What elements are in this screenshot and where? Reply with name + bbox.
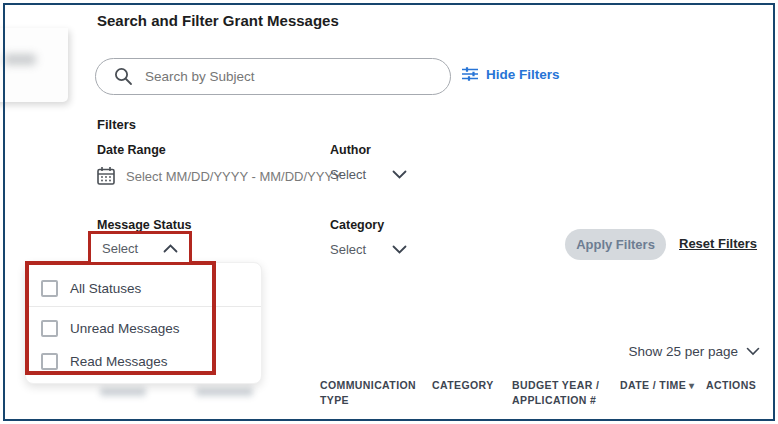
date-range-placeholder: Select MM/DD/YYYY - MM/DD/YYYY [126, 169, 342, 184]
dropdown-option-read-messages[interactable]: Read Messages [26, 345, 261, 377]
column-header-actions: ACTIONS [706, 378, 766, 393]
divider [26, 306, 261, 307]
partial-card [0, 28, 68, 102]
date-range-picker[interactable]: Select MM/DD/YYYY - MM/DD/YYYY [96, 166, 342, 186]
checkbox[interactable] [41, 353, 58, 370]
column-header-category: CATEGORY [432, 378, 512, 393]
message-status-select-value: Select [102, 241, 138, 256]
per-page-label: Show 25 per page [628, 344, 738, 359]
author-select[interactable]: Select [330, 167, 407, 182]
calendar-icon [96, 166, 116, 186]
hide-filters-link[interactable]: Hide Filters [461, 66, 560, 82]
message-status-dropdown: All Statuses Unread Messages Read Messag… [25, 262, 262, 384]
author-select-value: Select [330, 167, 366, 182]
sort-descending-icon: ▾ [689, 380, 694, 391]
apply-filters-button[interactable]: Apply Filters [565, 229, 666, 260]
dropdown-option-all-statuses[interactable]: All Statuses [26, 272, 261, 304]
message-status-label: Message Status [97, 218, 191, 232]
chevron-down-icon [746, 347, 760, 356]
page-title: Search and Filter Grant Messages [97, 12, 339, 29]
table-header-row: COMMUNICATION TYPE CATEGORY BUDGET YEAR … [0, 378, 778, 418]
hide-filters-label: Hide Filters [486, 67, 560, 82]
per-page-select[interactable]: Show 25 per page [628, 344, 760, 359]
dropdown-option-unread-messages[interactable]: Unread Messages [26, 312, 261, 344]
author-label: Author [330, 143, 371, 157]
column-header-date-time[interactable]: DATE / TIME▾ [620, 378, 712, 393]
checkbox[interactable] [41, 320, 58, 337]
filter-sliders-icon [461, 66, 479, 82]
category-select-value: Select [330, 242, 366, 257]
option-label: All Statuses [70, 281, 141, 296]
search-icon [114, 67, 133, 86]
filters-section-label: Filters [97, 117, 136, 132]
category-label: Category [330, 218, 384, 232]
app-window: Search and Filter Grant Messages Hide Fi… [0, 0, 778, 424]
option-label: Read Messages [70, 354, 168, 369]
search-input[interactable] [145, 69, 436, 84]
chevron-down-icon [392, 170, 407, 179]
reset-filters-link[interactable]: Reset Filters [679, 236, 757, 251]
blurred-text-fragment [4, 54, 36, 65]
column-header-budget-year-application: BUDGET YEAR / APPLICATION # [512, 378, 626, 407]
date-range-label: Date Range [97, 143, 166, 157]
chevron-up-icon [163, 244, 178, 253]
category-select[interactable]: Select [330, 242, 407, 257]
search-input-container[interactable] [95, 58, 451, 95]
checkbox[interactable] [41, 280, 58, 297]
column-header-communication-type: COMMUNICATION TYPE [320, 378, 426, 407]
message-status-select[interactable]: Select [88, 231, 192, 265]
chevron-down-icon [392, 245, 407, 254]
option-label: Unread Messages [70, 321, 180, 336]
